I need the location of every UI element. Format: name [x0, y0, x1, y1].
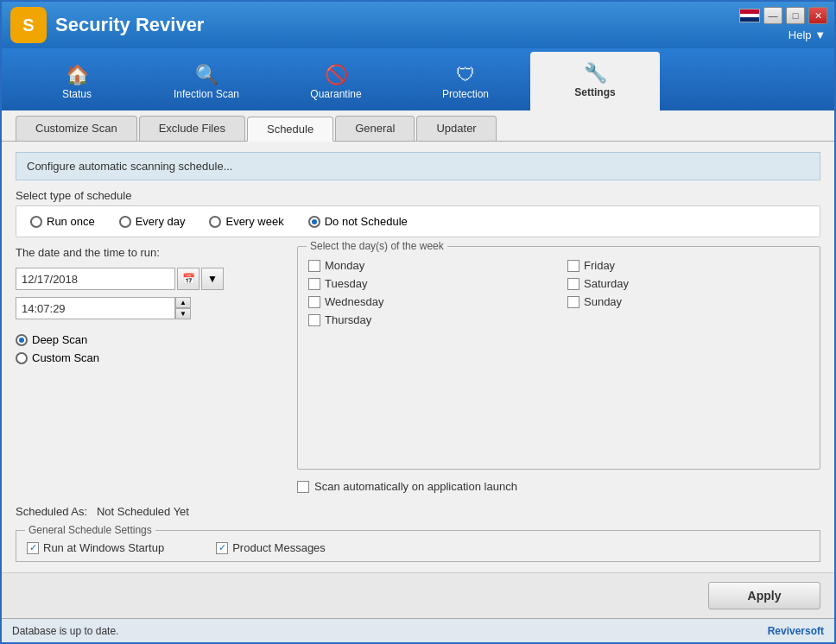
tab-protection[interactable]: 🛡 Protection: [401, 55, 530, 110]
radio-do-not-schedule-circle: [308, 216, 320, 228]
app-logo: S: [10, 7, 47, 43]
days-grid: Monday Friday Tuesday: [308, 259, 809, 326]
subtab-exclude-files[interactable]: Exclude Files: [139, 116, 245, 141]
time-down-button[interactable]: ▼: [175, 308, 191, 319]
app-title: Security Reviver: [55, 14, 204, 36]
home-icon: 🏠: [66, 66, 89, 85]
general-settings-row: Run at Windows Startup Product Messages: [27, 541, 809, 554]
right-column: Select the day(s) of the week Monday Fri…: [297, 246, 820, 493]
schedule-details: The date and the time to run: 📅 ▼ ▲ ▼: [16, 246, 820, 493]
general-settings-group: General Schedule Settings Run at Windows…: [16, 530, 820, 562]
radio-run-once-label: Run once: [47, 215, 95, 228]
scan-auto-row: Scan automatically on application launch: [297, 480, 820, 493]
checkbox-sunday[interactable]: [567, 296, 580, 308]
checkbox-thursday[interactable]: [308, 314, 320, 326]
tab-infection-scan[interactable]: 🔍 Infection Scan: [142, 55, 271, 110]
brand-label: Reviversoft: [768, 625, 824, 637]
radio-every-week[interactable]: Every week: [209, 215, 283, 228]
checkbox-monday[interactable]: [308, 260, 320, 272]
schedule-type-section: Select type of schedule Run once Every d…: [16, 189, 820, 237]
general-settings-legend: General Schedule Settings: [25, 524, 155, 536]
radio-deep-scan[interactable]: Deep Scan: [16, 333, 283, 346]
date-time-label: The date and the time to run:: [16, 246, 283, 259]
content-area: Customize Scan Exclude Files Schedule Ge…: [2, 110, 834, 618]
checkbox-tuesday[interactable]: [308, 278, 320, 290]
scan-type-group: Deep Scan Custom Scan: [16, 333, 283, 364]
flag-icon: [739, 9, 760, 22]
tab-quarantine-label: Quarantine: [310, 88, 361, 100]
radio-do-not-schedule-label: Do not Schedule: [325, 215, 408, 228]
radio-deep-scan-circle: [16, 334, 28, 346]
search-icon: 🔍: [195, 66, 218, 85]
sub-tabs: Customize Scan Exclude Files Schedule Ge…: [2, 110, 834, 142]
checkbox-product-messages[interactable]: [216, 542, 228, 554]
schedule-panel: Configure automatic scanning schedule...…: [2, 142, 834, 572]
day-thursday-label: Thursday: [325, 313, 371, 326]
day-group-legend: Select the day(s) of the week: [307, 240, 447, 252]
shield-icon: 🛡: [456, 66, 475, 85]
db-status: Database is up to date.: [12, 625, 118, 637]
product-messages-label: Product Messages: [232, 541, 326, 554]
calendar-button[interactable]: 📅: [177, 268, 200, 290]
radio-deep-scan-label: Deep Scan: [32, 333, 87, 346]
day-tuesday-label: Tuesday: [325, 277, 367, 290]
date-input[interactable]: [16, 268, 175, 290]
title-bar: S Security Reviver — □ ✕ Help ▼: [2, 2, 834, 48]
checkbox-wednesday[interactable]: [308, 296, 320, 308]
maximize-button[interactable]: □: [786, 7, 805, 24]
radio-every-day-label: Every day: [136, 215, 186, 228]
run-at-startup-label: Run at Windows Startup: [43, 541, 164, 554]
left-column: The date and the time to run: 📅 ▼ ▲ ▼: [16, 246, 283, 493]
day-monday-label: Monday: [325, 259, 364, 272]
schedule-type-row: Run once Every day Every week Do not Sch…: [16, 205, 820, 237]
radio-every-day[interactable]: Every day: [119, 215, 186, 228]
day-saturday: Saturday: [567, 277, 809, 290]
tab-quarantine[interactable]: 🚫 Quarantine: [271, 55, 401, 110]
settings-icon: 🔧: [584, 64, 607, 83]
config-text: Configure automatic scanning schedule...: [27, 160, 232, 173]
main-window: S Security Reviver — □ ✕ Help ▼ 🏠 Status…: [0, 0, 836, 644]
day-friday-label: Friday: [584, 259, 615, 272]
date-input-row: 📅 ▼: [16, 268, 283, 290]
time-spinners: ▲ ▼: [175, 297, 191, 319]
radio-do-not-schedule[interactable]: Do not Schedule: [308, 215, 408, 228]
day-wednesday-label: Wednesday: [325, 295, 383, 308]
apply-button[interactable]: Apply: [708, 582, 820, 609]
checkbox-run-at-startup[interactable]: [27, 542, 39, 554]
time-up-button[interactable]: ▲: [175, 297, 191, 308]
scheduled-as-label: Scheduled As:: [16, 505, 87, 518]
day-thursday: Thursday: [308, 313, 550, 326]
radio-run-once-circle: [30, 216, 42, 228]
tab-settings-label: Settings: [574, 86, 615, 98]
radio-custom-scan-label: Custom Scan: [32, 351, 99, 364]
day-wednesday: Wednesday: [308, 295, 550, 308]
nav-tabs: 🏠 Status 🔍 Infection Scan 🚫 Quarantine 🛡…: [2, 48, 834, 110]
scheduled-as-row: Scheduled As: Not Scheduled Yet: [16, 502, 820, 521]
help-menu[interactable]: Help ▼: [788, 28, 826, 41]
day-sunday: Sunday: [567, 295, 809, 308]
check-product-messages: Product Messages: [216, 541, 326, 554]
footer-buttons: Apply: [2, 572, 834, 618]
subtab-updater[interactable]: Updater: [416, 116, 496, 141]
tab-settings[interactable]: 🔧 Settings: [530, 52, 660, 110]
minimize-button[interactable]: —: [763, 7, 782, 24]
subtab-general[interactable]: General: [335, 116, 415, 141]
check-run-at-startup: Run at Windows Startup: [27, 541, 164, 554]
radio-custom-scan[interactable]: Custom Scan: [16, 351, 283, 364]
subtab-customize-scan[interactable]: Customize Scan: [16, 116, 137, 141]
close-button[interactable]: ✕: [808, 7, 827, 24]
day-tuesday: Tuesday: [308, 277, 550, 290]
day-monday: Monday: [308, 259, 550, 272]
radio-run-once[interactable]: Run once: [30, 215, 95, 228]
checkbox-scan-auto[interactable]: [297, 481, 309, 493]
scheduled-as-value: Not Scheduled Yet: [97, 505, 189, 518]
time-input[interactable]: [16, 297, 175, 319]
tab-status[interactable]: 🏠 Status: [12, 55, 142, 110]
radio-custom-scan-circle: [16, 352, 28, 364]
date-dropdown-button[interactable]: ▼: [201, 268, 224, 290]
tab-protection-label: Protection: [442, 88, 489, 100]
checkbox-friday[interactable]: [567, 260, 580, 272]
subtab-schedule[interactable]: Schedule: [247, 117, 333, 142]
schedule-type-label: Select type of schedule: [16, 189, 820, 202]
checkbox-saturday[interactable]: [567, 278, 580, 290]
